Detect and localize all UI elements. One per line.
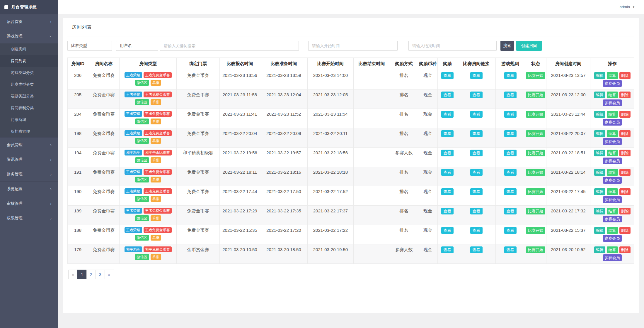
members-button[interactable]: 参赛会员 [603,80,622,87]
sidebar-subitem[interactable]: 房间赛制分类 [0,102,58,114]
sidebar-subitem[interactable]: 门票商城 [0,114,58,126]
sidebar-item[interactable]: 会员管理› [0,137,58,152]
game-rules-view-button[interactable]: 查看 [504,227,517,234]
room-link-view-button[interactable]: 查看 [470,72,483,79]
reward-view-button[interactable]: 查看 [441,188,454,195]
page-button[interactable]: 1 [77,270,87,279]
game-rules-view-button[interactable]: 查看 [504,150,517,156]
sidebar-subitem[interactable]: 折扣卷管理 [0,126,58,137]
page-button[interactable]: 3 [96,270,105,279]
edit-button[interactable]: 编辑 [594,130,605,137]
settle-button[interactable]: 结算 [607,150,618,156]
room-link-view-button[interactable]: 查看 [470,130,483,137]
user-menu[interactable]: admin ▼ [620,5,635,9]
sidebar-item[interactable]: 财务管理› [0,167,58,181]
settle-button[interactable]: 结算 [607,227,618,234]
settle-button[interactable]: 结算 [607,72,618,79]
sidebar-subitem[interactable]: 房间列表 [0,55,58,67]
edit-button[interactable]: 编辑 [594,169,605,176]
reward-view-button[interactable]: 查看 [441,72,454,79]
search-button[interactable]: 搜索 [500,41,514,51]
delete-button[interactable]: 删除 [619,188,631,195]
room-link-view-button[interactable]: 查看 [470,227,483,234]
game-rules-view-button[interactable]: 查看 [504,130,517,137]
settle-button[interactable]: 结算 [607,188,618,195]
delete-button[interactable]: 删除 [619,111,631,118]
delete-button[interactable]: 删除 [619,208,631,214]
delete-button[interactable]: 删除 [619,169,631,176]
settle-button[interactable]: 结算 [607,92,618,98]
room-link-view-button[interactable]: 查看 [470,92,483,98]
room-link-view-button[interactable]: 查看 [470,208,483,214]
members-button[interactable]: 参赛会员 [603,216,622,222]
reward-view-button[interactable]: 查看 [441,227,454,234]
sidebar-subitem[interactable]: 端游类型分类 [0,90,58,102]
members-button[interactable]: 参赛会员 [603,177,622,184]
reward-view-button[interactable]: 查看 [441,169,454,176]
edit-button[interactable]: 编辑 [594,150,605,156]
settle-button[interactable]: 结算 [607,130,618,137]
delete-button[interactable]: 删除 [619,227,631,234]
match-type-input[interactable] [67,41,112,51]
room-link-view-button[interactable]: 查看 [470,188,483,195]
end-time-input[interactable] [408,41,497,51]
create-room-button[interactable]: 创建房间 [516,41,542,51]
members-button[interactable]: 参赛会员 [603,158,622,164]
reward-view-button[interactable]: 查看 [441,130,454,137]
next-page-button[interactable]: » [105,270,114,279]
keyword-search-input[interactable] [160,41,299,51]
room-link-view-button[interactable]: 查看 [470,111,483,118]
edit-button[interactable]: 编辑 [594,111,605,118]
sidebar-item[interactable]: 游戏管理› [0,29,58,43]
edit-button[interactable]: 编辑 [594,227,605,234]
delete-button[interactable]: 删除 [619,72,631,79]
game-rules-view-button[interactable]: 查看 [504,246,517,253]
members-button[interactable]: 参赛会员 [603,235,622,242]
page-button[interactable]: 2 [86,270,96,279]
game-rules-view-button[interactable]: 查看 [504,92,517,98]
edit-button[interactable]: 编辑 [594,208,605,214]
settle-button[interactable]: 结算 [607,246,618,253]
reward-view-button[interactable]: 查看 [441,111,454,118]
edit-button[interactable]: 编辑 [594,92,605,98]
sidebar-item[interactable]: 审核管理› [0,196,58,211]
reward-view-button[interactable]: 查看 [441,208,454,214]
game-rules-view-button[interactable]: 查看 [504,169,517,176]
delete-button[interactable]: 删除 [619,92,631,98]
sidebar-item[interactable]: 权限管理› [0,211,58,225]
sidebar-item[interactable]: 系统配置› [0,181,58,196]
sidebar-subitem[interactable]: 游戏类型分类 [0,67,58,79]
room-link-view-button[interactable]: 查看 [470,150,483,156]
game-rules-view-button[interactable]: 查看 [504,208,517,214]
settle-button[interactable]: 结算 [607,208,618,214]
settle-button[interactable]: 结算 [607,169,618,176]
game-rules-view-button[interactable]: 查看 [504,111,517,118]
room-type-tag: 王者荣耀 [125,227,142,233]
members-button[interactable]: 参赛会员 [603,99,622,106]
prev-page-button[interactable]: « [68,270,78,279]
reward-view-button[interactable]: 查看 [441,150,454,156]
game-rules-view-button[interactable]: 查看 [504,188,517,195]
sidebar-item[interactable]: 资讯管理› [0,152,58,167]
edit-button[interactable]: 编辑 [594,246,605,253]
settle-button[interactable]: 结算 [607,111,618,118]
edit-button[interactable]: 编辑 [594,188,605,195]
members-button[interactable]: 参赛会员 [603,119,622,126]
members-button[interactable]: 参赛会员 [603,254,622,261]
delete-button[interactable]: 删除 [619,130,631,137]
game-rules-view-button[interactable]: 查看 [504,72,517,79]
edit-button[interactable]: 编辑 [594,72,605,79]
members-button[interactable]: 参赛会员 [603,138,622,145]
room-link-view-button[interactable]: 查看 [470,169,483,176]
sidebar-subitem[interactable]: 创建房间 [0,43,58,55]
room-link-view-button[interactable]: 查看 [470,246,483,253]
reward-view-button[interactable]: 查看 [441,246,454,253]
sidebar-subitem[interactable]: 比赛类型分类 [0,79,58,90]
username-input[interactable] [116,41,158,51]
delete-button[interactable]: 删除 [619,246,631,253]
sidebar-item[interactable]: 后台首页› [0,14,58,29]
delete-button[interactable]: 删除 [619,150,631,156]
members-button[interactable]: 参赛会员 [603,196,622,203]
start-time-input[interactable] [308,41,398,51]
reward-view-button[interactable]: 查看 [441,92,454,98]
